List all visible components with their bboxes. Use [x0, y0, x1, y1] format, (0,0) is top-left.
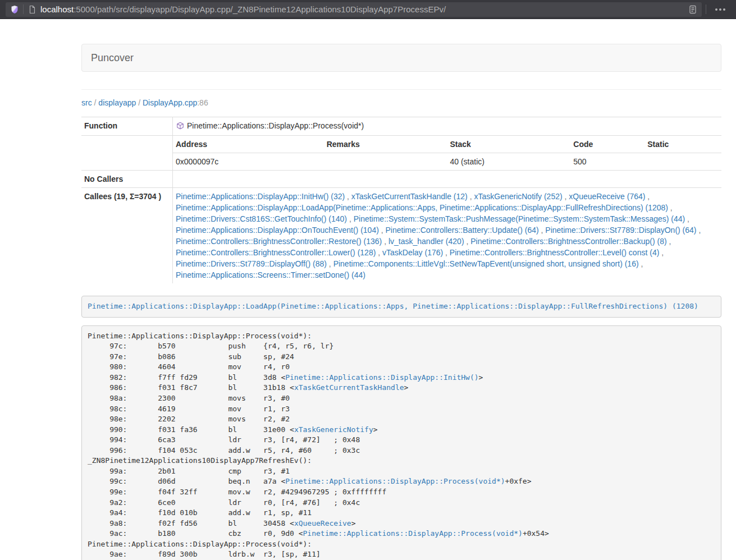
asm-line: 996: f104 053c add.w r5, r4, #60 ; 0x3c	[88, 446, 715, 456]
text-segment: Pinetime::Applications::DisplayApp::Proc…	[88, 540, 312, 548]
url-text[interactable]: localhost:5000/path/src/displayapp/Displ…	[40, 4, 688, 14]
symbol-cube-icon	[176, 121, 184, 132]
asm-symbol-link[interactable]: xQueueReceive	[294, 519, 351, 527]
asm-line: 99a: 2b01 cmp r3, #1	[88, 466, 715, 477]
function-name-cell: Pinetime::Applications::DisplayApp::Proc…	[173, 117, 722, 136]
asm-line: 990: f031 fa36 bl 31e00 <xTaskGenericNot…	[88, 425, 715, 435]
asm-line: _ZN8Pinetime12Applications10DisplayApp7R…	[88, 456, 715, 466]
callee-line: Pinetime::Controllers::BrightnessControl…	[176, 236, 719, 247]
reader-mode-icon[interactable]	[688, 5, 697, 14]
callee-link[interactable]: Pinetime::Controllers::BrightnessControl…	[450, 248, 659, 257]
callee-link[interactable]: Pinetime::Components::LittleVgl::SetNewT…	[333, 259, 639, 268]
selected-callee-link[interactable]: Pinetime::Applications::DisplayApp::Load…	[88, 302, 698, 310]
breadcrumb-link[interactable]: displayapp	[98, 98, 136, 107]
callee-link[interactable]: Pinetime::Applications::DisplayApp::Init…	[176, 192, 345, 201]
callee-link[interactable]: Pinetime::Controllers::BrightnessControl…	[176, 248, 376, 257]
breadcrumb-link[interactable]: src	[81, 98, 92, 107]
asm-line: 994: 6ca3 ldr r3, [r4, #72] ; 0x48	[88, 435, 715, 446]
text-segment: :86	[197, 98, 208, 107]
callers-label: No Callers	[81, 171, 173, 188]
asm-symbol-link[interactable]: Pinetime::Applications::DisplayApp::Init…	[285, 373, 478, 382]
text-segment: ,	[347, 214, 354, 223]
breadcrumb-link[interactable]: DisplayApp.cpp	[143, 98, 197, 107]
callee-line: Pinetime::Controllers::BrightnessControl…	[176, 247, 719, 258]
callee-link[interactable]: lv_task_handler (420)	[388, 237, 464, 246]
text-segment: 99c: d06d beq.n a7a <	[88, 477, 285, 485]
callee-line: Pinetime::Drivers::St7789::DisplayOff() …	[176, 258, 719, 269]
asm-line: Pinetime::Applications::DisplayApp::Proc…	[88, 331, 715, 342]
stack-value: 40 (static)	[447, 153, 570, 171]
details-label-empty	[81, 136, 173, 171]
text-segment: 98a: 2300 movs r3, #0	[88, 394, 290, 402]
callee-link[interactable]: Pinetime::Applications::DisplayApp::Load…	[176, 203, 668, 212]
callee-link[interactable]: xQueueReceive (764)	[569, 192, 645, 201]
text-segment: /	[92, 98, 99, 107]
asm-symbol-link[interactable]: Pinetime::Applications::DisplayApp::Proc…	[303, 529, 523, 538]
callee-link[interactable]: Pinetime::Drivers::Cst816S::GetTouchInfo…	[176, 214, 347, 223]
asm-symbol-link[interactable]: xTaskGenericNotify	[294, 425, 373, 434]
url-path[interactable]: :5000/path/src/displayapp/DisplayApp.cpp…	[74, 4, 446, 14]
callee-link[interactable]: Pinetime::System::SystemTask::PushMessag…	[354, 214, 685, 223]
callers-row: No Callers	[81, 171, 721, 188]
text-segment: ,	[539, 226, 546, 235]
asm-line: 986: f031 f8c7 bl 31b18 <xTaskGetCurrent…	[88, 383, 715, 393]
page-icon[interactable]	[28, 5, 36, 14]
details-row: Address Remarks Stack Code Static 0x0000…	[81, 136, 721, 171]
shield-icon[interactable]	[10, 5, 19, 14]
details-cell: Address Remarks Stack Code Static 0x0000…	[173, 136, 722, 171]
text-segment: 9a2: 6ce0 ldr r0, [r4, #76] ; 0x4c	[88, 498, 360, 507]
divider	[81, 89, 721, 90]
callee-link[interactable]: xTaskGenericNotify (252)	[474, 192, 562, 201]
asm-line: 99c: d06d beq.n a7a <Pinetime::Applicati…	[88, 476, 715, 487]
text-segment: 98c: 4619 mov r1, r3	[88, 405, 290, 413]
asm-symbol-link[interactable]: Pinetime::Applications::DisplayApp::Proc…	[285, 477, 505, 485]
url-bar[interactable]: localhost:5000/path/src/displayapp/Displ…	[6, 2, 702, 17]
col-code: Code	[570, 136, 644, 153]
text-segment: ,	[382, 237, 388, 246]
disassembly: Pinetime::Applications::DisplayApp::Proc…	[81, 325, 721, 560]
text-segment: ,	[464, 237, 471, 246]
details-table: Address Remarks Stack Code Static 0x0000…	[173, 136, 721, 170]
callee-link[interactable]: xTaskGetCurrentTaskHandle (12)	[351, 192, 468, 201]
callee-link[interactable]: Pinetime::Drivers::St7789::DisplayOff() …	[176, 259, 327, 268]
breadcrumb: src / displayapp / DisplayApp.cpp:86	[81, 97, 721, 108]
callee-link[interactable]: Pinetime::Controllers::BrightnessControl…	[176, 237, 382, 246]
callee-line: Pinetime::Applications::DisplayApp::Load…	[176, 202, 719, 213]
callee-line: Pinetime::Applications::Screens::Timer::…	[176, 269, 719, 281]
col-address: Address	[173, 136, 324, 153]
callee-link[interactable]: Pinetime::Applications::DisplayApp::OnTo…	[176, 226, 379, 235]
text-segment: ,	[345, 192, 351, 201]
callee-link[interactable]: Pinetime::Controllers::Battery::Update()…	[386, 226, 539, 235]
text-segment: >	[404, 383, 409, 392]
function-table: Function Pinetime::Applications::Display…	[81, 117, 721, 283]
text-segment: ,	[468, 192, 474, 201]
callee-line: Pinetime::Applications::DisplayApp::Init…	[176, 191, 719, 202]
callee-link[interactable]: Pinetime::Drivers::St7789::DisplayOn() (…	[545, 226, 696, 235]
callee-link[interactable]: vTaskDelay (176)	[382, 248, 443, 257]
callee-link[interactable]: Pinetime::Applications::Screens::Timer::…	[176, 270, 365, 279]
address-value: 0x0000097c	[173, 153, 324, 171]
callee-link[interactable]: Pinetime::Controllers::BrightnessControl…	[470, 237, 666, 246]
text-segment: 9ae: f89d 300b ldrb.w r3, [sp, #11]	[88, 550, 321, 558]
text-segment: ,	[379, 226, 386, 235]
text-segment: ,	[376, 248, 382, 257]
text-segment: ,	[563, 192, 569, 201]
asm-line: 97c: b570 push {r4, r5, r6, lr}	[88, 341, 715, 352]
asm-symbol-link[interactable]: xTaskGetCurrentTaskHandle	[294, 383, 404, 392]
text-segment: ,	[697, 226, 701, 235]
text-segment: 9ac: b180 cbz r0, 9d0 <	[88, 529, 303, 538]
asm-line: 98a: 2300 movs r3, #0	[88, 393, 715, 404]
text-segment: 980: 4604 mov r4, r0	[88, 362, 290, 371]
text-segment: ,	[668, 203, 673, 212]
text-segment: 9a8: f02f fd56 bl 30458 <	[88, 519, 294, 527]
text-segment: 97e: b086 sub sp, #24	[88, 352, 294, 361]
url-host[interactable]: localhost	[40, 4, 74, 14]
text-segment: 986: f031 f8c7 bl 31b18 <	[88, 383, 294, 392]
text-segment: >	[351, 519, 356, 527]
menu-icon[interactable]	[710, 8, 730, 11]
callee-line: Pinetime::Applications::DisplayApp::OnTo…	[176, 224, 719, 236]
text-segment: 982: f7ff fd29 bl 3d8 <	[88, 373, 285, 382]
callers-cell	[173, 171, 722, 188]
text-segment: +0xfe>	[505, 477, 532, 485]
callees-label: Callees (19, Σ=3704 )	[81, 188, 173, 284]
